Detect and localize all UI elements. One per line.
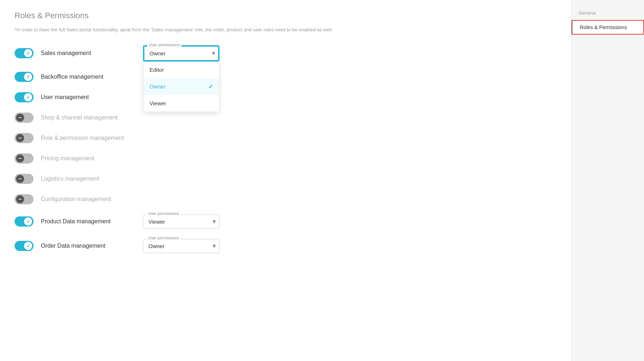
toggle-product-data-management[interactable] [15,216,34,227]
toggle-on-sales-management[interactable] [15,48,34,58]
permission-label-sales-management: Sales management [41,50,143,56]
toggle-knob-order-data-management [24,242,32,250]
toggle-off-configuration-management[interactable] [15,194,34,204]
dropdown-wrapper-sales-management: User permissionsEditorOwnerViewer▾Editor… [143,45,220,62]
permission-label-order-data-management: Order Data management [41,243,143,249]
toggle-configuration-management[interactable] [15,194,34,204]
sidebar-item-roles-permissions[interactable]: Roles & Permissions [571,20,644,35]
dropdown-select-product-data-management[interactable]: EditorOwnerViewer [143,215,220,229]
toggle-off-pricing-management[interactable] [15,153,34,164]
toggle-knob-backoffice-management [24,73,32,81]
permission-row-order-data-management: Order Data managementUser permissionsEdi… [15,239,556,253]
toggle-knob-role-permission-management [16,134,24,142]
permissions-list: Sales managementUser permissionsEditorOw… [15,45,556,253]
permission-label-shop-channel-management: Shop & channel management [41,114,143,121]
toggle-on-backoffice-management[interactable] [15,72,34,82]
permission-label-user-management: User management [41,94,143,101]
permission-label-logistics-management: Logistics management [41,176,143,182]
dropdown-select-order-data-management[interactable]: EditorOwnerViewer [143,239,220,253]
permission-row-role-permission-management: Role & permission management [15,133,556,143]
toggle-on-product-data-management[interactable] [15,216,34,227]
dropdown-select-sales-management[interactable]: EditorOwnerViewer [144,46,219,61]
toggle-knob-configuration-management [16,195,24,203]
toggle-knob-sales-management [24,49,32,57]
toggle-off-role-permission-management[interactable] [15,133,34,143]
toggle-knob-pricing-management [16,154,24,162]
toggle-off-shop-channel-management[interactable] [15,113,34,123]
toggle-sales-management[interactable] [15,48,34,58]
dropdown-label-sales-management: User permissions [147,43,181,47]
dropdown-option-sales-management-viewer[interactable]: Viewer [144,95,219,111]
toggle-shop-channel-management[interactable] [15,113,34,123]
toggle-pricing-management[interactable] [15,153,34,164]
toggle-order-data-management[interactable] [15,241,34,251]
dropdown-wrapper-order-data-management: User permissionsEditorOwnerViewer▾ [143,239,220,253]
permission-row-logistics-management: Logistics management [15,174,556,184]
permission-label-product-data-management: Product Data management [41,218,143,225]
info-text: *In order to have the full Sales portal … [15,26,556,34]
dropdown-option-sales-management-owner[interactable]: Owner✓ [144,78,219,95]
permission-row-shop-channel-management: Shop & channel management [15,113,556,123]
toggle-knob-user-management [24,93,32,101]
permission-row-product-data-management: Product Data managementUser permissionsE… [15,215,556,229]
sidebar: General Roles & Permissions [571,0,644,361]
dropdown-option-sales-management-editor[interactable]: Editor [144,62,219,78]
toggle-on-order-data-management[interactable] [15,241,34,251]
permission-row-pricing-management: Pricing management [15,153,556,164]
toggle-role-permission-management[interactable] [15,133,34,143]
toggle-on-user-management[interactable] [15,92,34,102]
toggle-off-logistics-management[interactable] [15,174,34,184]
permission-label-pricing-management: Pricing management [41,155,143,162]
check-icon-owner: ✓ [208,83,213,90]
permission-label-role-permission-management: Role & permission management [41,135,143,141]
permission-row-sales-management: Sales managementUser permissionsEditorOw… [15,45,556,62]
permission-row-backoffice-management: Backoffice management [15,72,556,82]
toggle-backoffice-management[interactable] [15,72,34,82]
toggle-knob-logistics-management [16,175,24,183]
dropdown-menu-sales-management: EditorOwner✓Viewer [144,62,219,111]
toggle-knob-product-data-management [24,217,32,225]
sidebar-section-label: General [571,7,644,20]
toggle-logistics-management[interactable] [15,174,34,184]
permission-label-configuration-management: Configuration management [41,196,143,203]
permission-label-backoffice-management: Backoffice management [41,74,143,80]
toggle-knob-shop-channel-management [16,114,24,122]
toggle-user-management[interactable] [15,92,34,102]
page-title: Roles & Permissions [15,11,556,20]
permission-row-configuration-management: Configuration management [15,194,556,204]
main-content: Roles & Permissions *In order to have th… [0,0,571,361]
permission-row-user-management: User management [15,92,556,102]
dropdown-wrapper-product-data-management: User permissionsEditorOwnerViewer▾ [143,215,220,229]
dropdown-label-order-data-management: User permissions [147,236,181,240]
dropdown-label-product-data-management: User permissions [147,211,181,216]
